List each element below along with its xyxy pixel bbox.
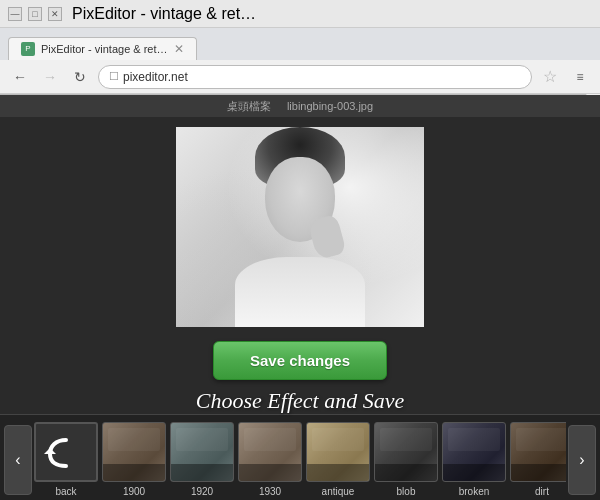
title-bar: — □ ✕ PixEditor - vintage & ret… <box>0 0 600 28</box>
cursive-heading: Choose Effect and Save <box>0 388 600 414</box>
effect-item-1920[interactable]: 1920 <box>170 422 234 497</box>
effect-item-1900[interactable]: 1900 <box>102 422 166 497</box>
folder-label: 桌頭檔案 <box>227 99 271 114</box>
filename-label: libingbing-003.jpg <box>287 100 373 112</box>
forward-nav-button[interactable]: → <box>38 65 62 89</box>
effect-thumb-1930 <box>238 422 302 482</box>
effect-thumb-1900 <box>102 422 166 482</box>
info-bar: 桌頭檔案 libingbing-003.jpg <box>0 95 600 117</box>
tab-close-icon[interactable]: ✕ <box>174 42 184 56</box>
effects-right-arrow[interactable]: › <box>568 425 596 495</box>
effect-label-1930: 1930 <box>259 486 281 497</box>
minimize-button[interactable]: — <box>8 7 22 21</box>
photo-body <box>235 257 365 327</box>
effect-thumb-broken <box>442 422 506 482</box>
menu-button[interactable]: ≡ <box>568 65 592 89</box>
nav-bar: ← → ↻ ☐ pixeditor.net ☆ ≡ <box>0 60 600 94</box>
effect-label-broken: broken <box>459 486 490 497</box>
effect-thumb-antique <box>306 422 370 482</box>
effect-thumb-back <box>34 422 98 482</box>
effect-label-1900: 1900 <box>123 486 145 497</box>
effect-label-back: back <box>55 486 76 497</box>
effect-label-antique: antique <box>322 486 355 497</box>
effect-thumb-dirt <box>510 422 566 482</box>
left-arrow-icon: ‹ <box>15 451 20 469</box>
browser-chrome: — □ ✕ PixEditor - vintage & ret… P PixEd… <box>0 0 600 95</box>
save-changes-button[interactable]: Save changes <box>213 341 387 380</box>
effect-item-dirt[interactable]: dirt <box>510 422 566 497</box>
save-btn-area: Save changes <box>0 341 600 380</box>
main-content: 桌頭檔案 libingbing-003.jpg Save changes Cho… <box>0 95 600 500</box>
back-arrow-shape <box>44 434 88 470</box>
back-nav-button[interactable]: ← <box>8 65 32 89</box>
window-controls: — □ ✕ <box>8 7 62 21</box>
tab-label: PixEditor - vintage & ret… <box>41 43 168 55</box>
effect-label-dirt: dirt <box>535 486 549 497</box>
effects-list: back 1900 1920 1930 antique <box>34 422 566 497</box>
refresh-button[interactable]: ↻ <box>68 65 92 89</box>
bookmark-button[interactable]: ☆ <box>538 65 562 89</box>
effect-label-blob: blob <box>397 486 416 497</box>
window-title: PixEditor - vintage & ret… <box>72 5 256 23</box>
tab-favicon: P <box>21 42 35 56</box>
svg-marker-0 <box>44 448 56 454</box>
url-text: pixeditor.net <box>123 70 188 84</box>
address-bar[interactable]: ☐ pixeditor.net <box>98 65 532 89</box>
effects-left-arrow[interactable]: ‹ <box>4 425 32 495</box>
back-icon <box>44 434 88 470</box>
maximize-button[interactable]: □ <box>28 7 42 21</box>
image-area <box>0 117 600 327</box>
effects-strip: ‹ back 1900 <box>0 414 600 500</box>
tab-bar: P PixEditor - vintage & ret… ✕ <box>0 28 600 60</box>
active-tab[interactable]: P PixEditor - vintage & ret… ✕ <box>8 37 197 60</box>
effect-thumb-blob <box>374 422 438 482</box>
effect-item-1930[interactable]: 1930 <box>238 422 302 497</box>
effect-label-1920: 1920 <box>191 486 213 497</box>
close-button[interactable]: ✕ <box>48 7 62 21</box>
effect-item-broken[interactable]: broken <box>442 422 506 497</box>
effect-item-blob[interactable]: blob <box>374 422 438 497</box>
address-icon: ☐ <box>109 70 119 83</box>
photo-frame <box>176 127 424 327</box>
effect-thumb-1920 <box>170 422 234 482</box>
effect-item-antique[interactable]: antique <box>306 422 370 497</box>
photo-placeholder <box>176 127 424 327</box>
right-arrow-icon: › <box>579 451 584 469</box>
effect-item-back[interactable]: back <box>34 422 98 497</box>
